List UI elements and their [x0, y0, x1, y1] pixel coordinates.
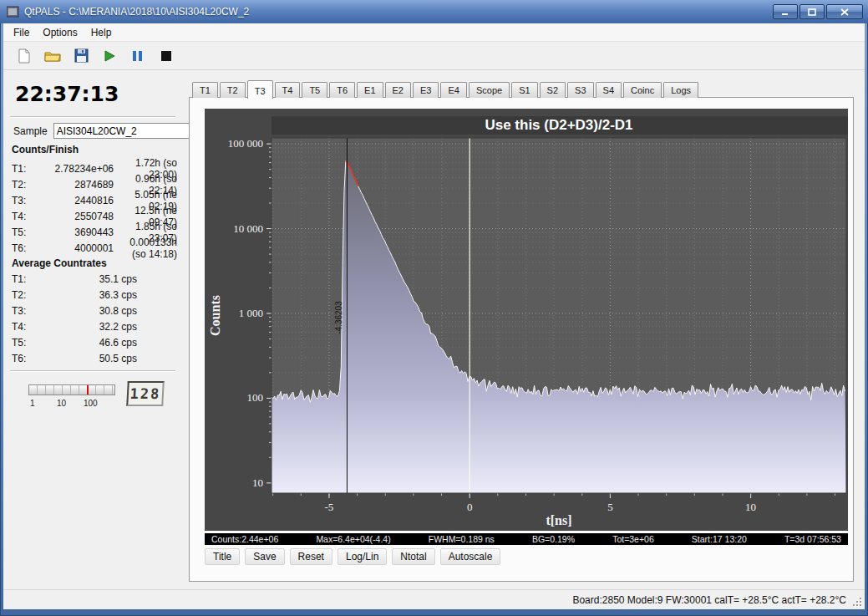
svg-text:100: 100 — [247, 391, 264, 404]
start-button[interactable] — [97, 44, 122, 68]
rate-row: T5:46.6 cps — [12, 334, 137, 350]
tab-e3[interactable]: E3 — [413, 82, 439, 98]
menu-help[interactable]: Help — [84, 24, 119, 41]
tab-scope[interactable]: Scope — [469, 82, 510, 98]
counter-finish: 0.000133h (so 14:18) — [114, 237, 177, 260]
chart-button-autoscale[interactable]: Autoscale — [440, 548, 501, 565]
svg-text:-5: -5 — [325, 501, 334, 513]
svg-text:Counts: Counts — [208, 295, 222, 336]
tab-zone: T1T2T3T4T5T6E1E2E3E4ScopeS1S2S3S4CoincLo… — [189, 80, 854, 582]
rate-label: T2: — [12, 289, 33, 301]
tab-coinc[interactable]: Coinc — [623, 82, 662, 98]
spectrum-chart[interactable]: Use this (D2+D3)/2-D1-4.36203101001 0001… — [205, 109, 848, 531]
chart-status-segment: Counts:2.44e+06 — [211, 534, 278, 544]
menu-bar: FileOptionsHelp — [3, 23, 865, 42]
countrate-lcd: 128 — [126, 381, 165, 406]
tab-t1[interactable]: T1 — [192, 82, 218, 98]
pause-button[interactable] — [125, 44, 150, 68]
chart-button-save[interactable]: Save — [245, 548, 284, 565]
clock-display: 22:37:13 — [15, 82, 119, 106]
menu-file[interactable]: File — [7, 24, 36, 41]
chart-status-segment: Start:17 13:20 — [692, 534, 747, 544]
maximize-button[interactable] — [799, 4, 825, 19]
tab-logs[interactable]: Logs — [663, 82, 698, 98]
tab-t6[interactable]: T6 — [329, 82, 355, 98]
counts-row: T4:255074812.5h (ne 09:47) — [12, 205, 177, 221]
tab-t2[interactable]: T2 — [220, 82, 246, 98]
stop-button[interactable] — [154, 44, 179, 68]
sample-input[interactable] — [53, 123, 190, 139]
counter-counts: 2440816 — [33, 195, 114, 206]
rate-value: 46.6 cps — [33, 337, 137, 349]
svg-text:100 000: 100 000 — [228, 137, 263, 150]
menu-options[interactable]: Options — [36, 24, 84, 41]
tab-t4[interactable]: T4 — [275, 82, 301, 98]
sample-label: Sample — [13, 125, 48, 137]
chart-button-title[interactable]: Title — [205, 548, 240, 565]
rates-list: T1:35.1 cpsT2:36.3 cpsT3:30.8 cpsT4:32.2… — [12, 271, 137, 366]
status-bar: Board:2850 Model:9 FW:30001 calT= +28.5°… — [3, 589, 865, 609]
rate-value: 32.2 cps — [33, 321, 137, 333]
client-area: FileOptionsHelp 22:37:13 — [3, 23, 865, 609]
chart-status-segment: T=3d 07:56:53 — [784, 534, 841, 544]
svg-text:Use this (D2+D3)/2-D1: Use this (D2+D3)/2-D1 — [485, 117, 632, 133]
counter-counts: 3690443 — [33, 227, 114, 238]
chart-button-reset[interactable]: Reset — [290, 548, 332, 565]
left-panel: 22:37:13 Sample Counts/Finish T1:2.78234… — [3, 70, 187, 589]
rate-row: T3:30.8 cps — [12, 303, 137, 318]
svg-text:10: 10 — [252, 476, 263, 489]
tab-s4[interactable]: S4 — [596, 82, 622, 98]
new-file-button[interactable] — [12, 44, 37, 68]
tab-s3[interactable]: S3 — [567, 82, 593, 98]
counter-counts: 4000001 — [33, 242, 114, 254]
toolbar — [3, 42, 865, 70]
window-title: QtPALS - C:\MERANIA\2018\10\AISI304L20CW… — [24, 6, 249, 18]
tab-page-t3: Use this (D2+D3)/2-D1-4.36203101001 0001… — [189, 97, 854, 582]
app-icon — [5, 5, 20, 18]
rate-row: T6:50.5 cps — [12, 350, 137, 366]
chart-button-ntotal[interactable]: Ntotal — [392, 548, 434, 565]
counts-row: T5:36904431.85h (so 23:07) — [12, 221, 177, 237]
close-button[interactable] — [826, 4, 863, 19]
chart-button-loglin[interactable]: Log/Lin — [338, 548, 387, 565]
tab-t5[interactable]: T5 — [302, 82, 327, 98]
app-window: QtPALS - C:\MERANIA\2018\10\AISI304L20CW… — [0, 0, 868, 616]
counter-label: T6: — [12, 242, 33, 254]
tab-s2[interactable]: S2 — [540, 82, 566, 98]
chart-button-bar: TitleSaveResetLog/LinNtotalAutoscale — [205, 548, 848, 565]
counts-row: T3:24408165.05h (ne 02:19) — [12, 189, 177, 205]
separator — [10, 116, 175, 118]
tab-e4[interactable]: E4 — [440, 82, 466, 98]
title-bar[interactable]: QtPALS - C:\MERANIA\2018\10\AISI304L20CW… — [0, 0, 868, 23]
counts-row: T2:28746890.96h (so 22:14) — [12, 173, 177, 189]
open-folder-button[interactable] — [40, 44, 65, 68]
save-button[interactable] — [69, 44, 94, 68]
gauge-scale: 110100 — [28, 399, 115, 409]
average-countrates-heading: Average Countrates — [12, 257, 107, 269]
rate-row: T2:36.3 cps — [12, 287, 137, 303]
tab-e1[interactable]: E1 — [357, 82, 383, 98]
counts-row: T6:40000010.000133h (so 14:18) — [12, 237, 177, 252]
svg-text:-4.36203: -4.36203 — [334, 301, 343, 334]
svg-text:10 000: 10 000 — [233, 222, 263, 235]
rate-value: 50.5 cps — [33, 353, 137, 364]
chart-status-segment: FWHM=0.189 ns — [429, 534, 495, 544]
svg-text:t[ns]: t[ns] — [546, 513, 571, 527]
gauge-scale-label: 10 — [57, 399, 66, 408]
tab-s1[interactable]: S1 — [511, 82, 537, 98]
tab-e2[interactable]: E2 — [385, 82, 411, 98]
counter-label: T1: — [12, 163, 33, 175]
tab-t3[interactable]: T3 — [247, 80, 273, 99]
chart-status-segment: Max=6.4e+04(-4.4) — [316, 534, 390, 544]
minimize-button[interactable] — [773, 4, 798, 19]
sample-row: Sample — [13, 123, 175, 139]
resize-grip[interactable] — [851, 596, 862, 607]
rate-value: 36.3 cps — [33, 289, 137, 301]
separator — [10, 370, 175, 372]
gauge-needle — [87, 385, 89, 395]
counter-counts: 2874689 — [33, 179, 114, 191]
counter-label: T2: — [12, 179, 33, 191]
rate-value: 35.1 cps — [33, 273, 137, 285]
rate-label: T3: — [12, 305, 33, 317]
rate-label: T5: — [12, 337, 33, 349]
